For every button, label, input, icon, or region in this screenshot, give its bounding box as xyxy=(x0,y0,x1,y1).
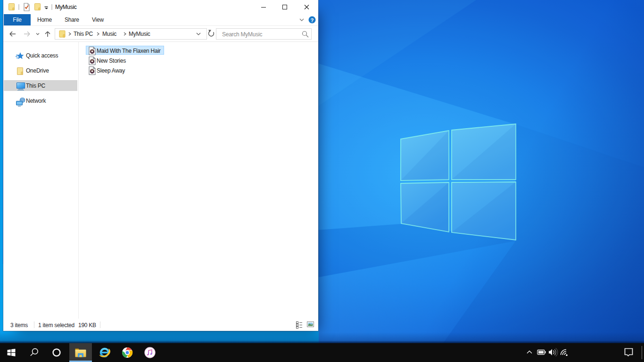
svg-text:?: ? xyxy=(311,17,314,23)
